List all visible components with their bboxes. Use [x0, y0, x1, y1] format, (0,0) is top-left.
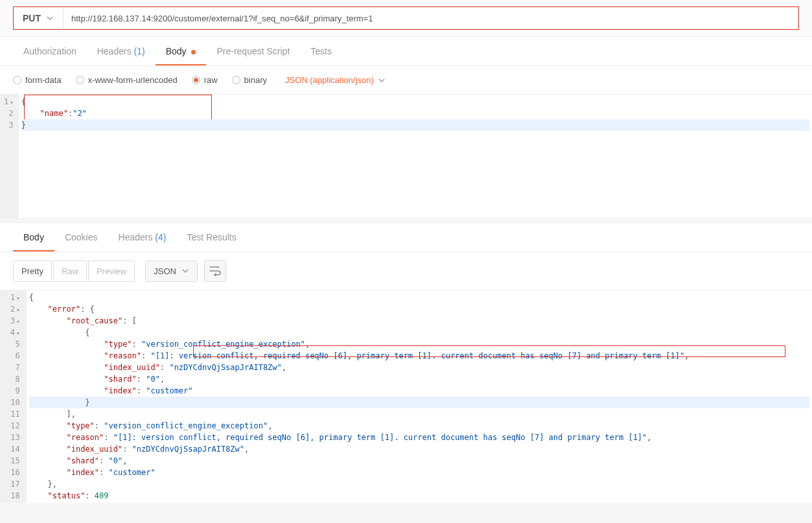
editor-gutter: 1 2 3 [0, 95, 19, 218]
chevron-down-icon [181, 267, 189, 275]
editor-code[interactable]: { "name":"2" } [19, 95, 812, 218]
body-type-row: form-data x-www-form-urlencoded raw bina… [0, 66, 812, 94]
radio-icon [232, 76, 240, 84]
request-body-editor[interactable]: 1 2 3 { "name":"2" } [0, 94, 812, 218]
response-format-dropdown[interactable]: JSON [145, 261, 198, 282]
code-val: "2" [73, 109, 87, 118]
content-type-dropdown[interactable]: JSON (application/json) [285, 75, 386, 85]
url-input-wrap [64, 7, 798, 29]
wrap-icon [209, 266, 221, 276]
url-input[interactable] [64, 7, 798, 29]
chevron-down-icon [46, 14, 54, 22]
body-modified-dot [191, 50, 196, 54]
headers-count: (1) [134, 46, 145, 56]
radio-icon [76, 76, 84, 84]
request-bar-inner: PUT [13, 6, 799, 30]
resp-tab-headers[interactable]: Headers (4) [108, 223, 177, 251]
radio-label: raw [204, 75, 218, 85]
pretty-button[interactable]: Pretty [13, 261, 52, 282]
panel-separator [0, 218, 812, 223]
chevron-down-icon [378, 76, 386, 84]
resp-tab-cookies[interactable]: Cookies [54, 223, 108, 251]
tab-prerequest[interactable]: Pre-request Script [206, 37, 300, 65]
raw-button[interactable]: Raw [53, 261, 87, 282]
code-text: } [21, 121, 26, 130]
resp-headers-count: (4) [155, 232, 166, 242]
request-bar: PUT [0, 0, 812, 37]
response-code[interactable]: { "error": { "root_cause": [ { "type": "… [27, 290, 812, 503]
radio-icon [192, 76, 200, 84]
radio-label: x-www-form-urlencoded [88, 75, 178, 85]
tab-tests[interactable]: Tests [300, 37, 342, 65]
preview-button[interactable]: Preview [88, 261, 135, 282]
tab-body[interactable]: Body [156, 37, 207, 65]
format-label: JSON [154, 266, 176, 276]
radio-urlencoded[interactable]: x-www-form-urlencoded [76, 75, 178, 85]
tab-headers-label: Headers [97, 46, 132, 56]
response-body-editor[interactable]: 123456789101112131415161718 { "error": {… [0, 290, 812, 503]
radio-binary[interactable]: binary [232, 75, 267, 85]
response-tabs: Body Cookies Headers (4) Test Results [0, 223, 812, 252]
radio-label: binary [244, 75, 267, 85]
method-label: PUT [23, 13, 41, 23]
resp-tab-testresults[interactable]: Test Results [176, 223, 246, 251]
resp-tab-headers-label: Headers [119, 232, 153, 242]
code-key: "name" [40, 109, 68, 118]
tab-body-label: Body [166, 46, 187, 56]
radio-label: form-data [25, 75, 62, 85]
radio-icon [13, 76, 21, 84]
content-type-label: JSON (application/json) [285, 75, 374, 85]
request-tabs: Authorization Headers (1) Body Pre-reque… [0, 37, 812, 66]
tab-authorization[interactable]: Authorization [13, 37, 87, 65]
tab-headers[interactable]: Headers (1) [87, 37, 156, 65]
method-selector[interactable]: PUT [14, 7, 64, 29]
radio-raw[interactable]: raw [192, 75, 218, 85]
resp-tab-body[interactable]: Body [13, 223, 54, 251]
response-gutter: 123456789101112131415161718 [0, 290, 27, 503]
code-text: { [21, 97, 26, 106]
radio-form-data[interactable]: form-data [13, 75, 62, 85]
wrap-lines-button[interactable] [204, 260, 226, 282]
response-toolbar: Pretty Raw Preview JSON [0, 252, 812, 290]
